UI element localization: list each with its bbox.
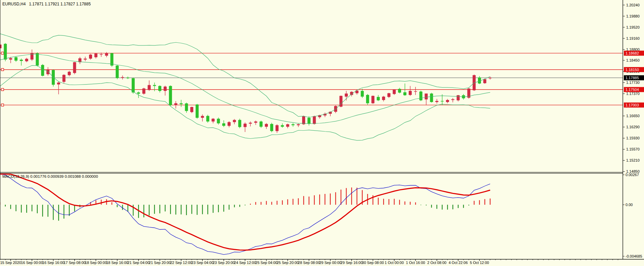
candle-bull	[297, 124, 300, 125]
candle-bull	[148, 85, 151, 90]
price-tick-label: 1.15930	[626, 136, 640, 140]
candle-bull	[174, 103, 177, 105]
time-axis-label: 21 Sep 04:00	[127, 261, 149, 265]
time-axis-label: 5 Oct 12:00	[470, 261, 489, 265]
candle-bull	[414, 91, 417, 92]
price-tick-label: 1.17730	[626, 80, 640, 85]
candle-bull	[254, 122, 257, 123]
candle-bear	[185, 103, 188, 111]
candle-bull	[371, 96, 374, 103]
candle-bull	[425, 94, 428, 99]
candle-bull	[84, 59, 87, 60]
candle-bull	[73, 62, 76, 73]
candle-bull	[435, 101, 438, 102]
candle-bear	[153, 85, 156, 86]
time-axis-label: 1 Oct 00:00	[385, 261, 404, 265]
candle-bull	[313, 116, 316, 124]
candle-bull	[228, 122, 231, 126]
chart-background	[0, 0, 644, 266]
candle-bull	[457, 95, 460, 100]
candle-bull	[100, 54, 103, 55]
candle-bear	[196, 104, 199, 118]
price-line-badge-label: 1.18150	[626, 68, 639, 72]
price-line-badge-label: 1.18682	[626, 51, 639, 55]
chart-window: EURUSD,H41.17871 1.17921 1.17827 1.17885…	[0, 0, 644, 266]
candle-bear	[158, 86, 161, 91]
candle-bear	[361, 91, 364, 97]
candle-bear	[41, 65, 44, 76]
line-drag-handle[interactable]	[1, 104, 4, 106]
candle-bull	[164, 87, 167, 91]
candle-bull	[190, 107, 193, 112]
candle-bear	[238, 120, 241, 127]
candle-bull	[46, 70, 49, 74]
candle-bear	[169, 86, 172, 105]
ohlc-readout: 1.17871 1.17921 1.17827 1.17885	[29, 2, 91, 6]
time-axis-label: 15 Sep 2020	[0, 261, 21, 265]
candle-bear	[270, 124, 273, 131]
candle-bull	[388, 93, 391, 97]
candle-bull	[57, 82, 60, 85]
candle-bear	[419, 92, 422, 100]
candle-bull	[249, 123, 252, 124]
candle-bull	[345, 94, 348, 97]
candle-bull	[94, 54, 97, 57]
price-tick-label: 1.20240	[626, 3, 640, 7]
price-line-badge-label: 1.17504	[626, 88, 639, 92]
candle-bull	[244, 124, 247, 127]
candle-bear	[291, 124, 294, 125]
panel-separator[interactable]	[0, 172, 623, 172]
candle-bull	[63, 75, 66, 82]
time-axis-label: 16 Sep 00:00	[21, 261, 43, 265]
candle-bear	[441, 101, 444, 102]
candle-bull	[483, 79, 486, 83]
line-drag-handle[interactable]	[1, 68, 4, 71]
candle-bull	[89, 55, 92, 59]
time-axis-label: 1 Oct 16:00	[406, 261, 425, 265]
price-tick-label: 1.16290	[626, 125, 640, 129]
time-axis-label: 22 Sep 12:00	[170, 261, 192, 265]
price-tick-label: 1.19160	[626, 36, 640, 40]
candle-bull	[265, 124, 268, 127]
candle-bear	[403, 92, 406, 95]
price-tick-label: 1.16650	[626, 114, 640, 118]
time-axis-label: 16 Sep 16:00	[42, 261, 64, 265]
time-axis-label: 25 Sep 04:00	[255, 261, 277, 265]
line-drag-handle[interactable]	[1, 52, 4, 54]
macd-tick-label: 0.00267	[626, 173, 639, 177]
candle-bear	[179, 103, 183, 104]
symbol-timeframe-label: EURUSD,H4	[2, 2, 26, 6]
candle-bear	[398, 89, 401, 93]
candle-bear	[4, 44, 7, 60]
candle-bear	[137, 93, 140, 94]
candle-bear	[36, 53, 39, 66]
price-tick-label: 1.15210	[626, 158, 640, 162]
candle-bear	[281, 125, 284, 127]
price-tick-label: 1.18450	[626, 58, 640, 62]
chart-canvas[interactable]: 1.202401.198801.195201.191601.188001.184…	[0, 0, 644, 266]
time-axis-label: 18 Sep 16:00	[106, 261, 128, 265]
candle-bear	[20, 60, 23, 61]
candle-bull	[233, 120, 236, 122]
line-drag-handle[interactable]	[1, 88, 4, 91]
candle-bear	[222, 123, 225, 126]
price-line-badge-label: 1.17885	[626, 76, 639, 80]
candle-bear	[259, 122, 263, 127]
candle-bear	[116, 66, 119, 78]
candle-bull	[302, 116, 305, 124]
panel-separator[interactable]	[0, 173, 623, 173]
time-axis-label: 23 Sep 20:00	[213, 261, 235, 265]
macd-tick-label: -0.004685	[626, 254, 642, 258]
candle-bull	[121, 77, 124, 78]
time-axis-label: 29 Sep 16:00	[340, 261, 362, 265]
time-axis-label: 2 Oct 08:00	[427, 261, 446, 265]
candle-bull	[105, 53, 108, 56]
candle-bear	[308, 118, 311, 124]
candle-bear	[206, 116, 209, 122]
candle-bear	[478, 77, 481, 84]
candle-bear	[126, 78, 129, 78]
macd-indicator-label: MACD(12,26,9) 0.001776 0.000939 0.001088…	[2, 174, 98, 178]
candle-bear	[132, 78, 135, 92]
candle-bull	[142, 89, 145, 94]
candle-bull	[409, 91, 412, 95]
